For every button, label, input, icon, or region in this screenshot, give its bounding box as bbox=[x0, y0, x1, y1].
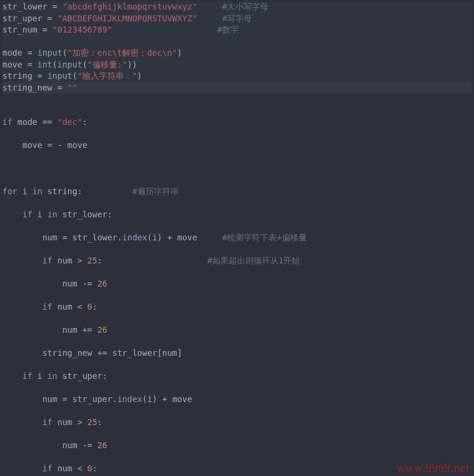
code-block: str_lower = "abcdefghijklmopqrstuvwxyz" … bbox=[0, 0, 474, 476]
watermark-text: www.9969.net bbox=[397, 462, 469, 474]
